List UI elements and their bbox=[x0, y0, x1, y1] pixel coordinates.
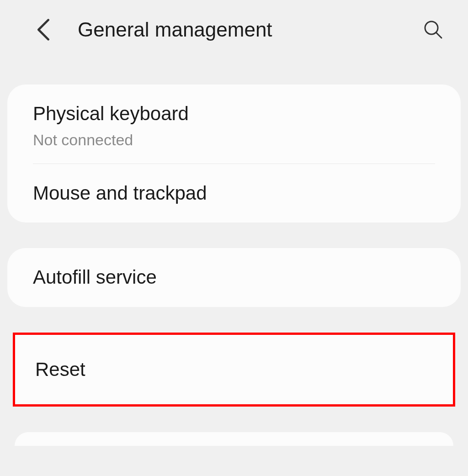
physical-keyboard-item[interactable]: Physical keyboard Not connected bbox=[7, 85, 461, 164]
item-title: Autofill service bbox=[33, 265, 435, 290]
item-subtitle: Not connected bbox=[33, 130, 435, 150]
item-title: Mouse and trackpad bbox=[33, 181, 435, 206]
header: General management bbox=[0, 0, 468, 59]
item-title: Physical keyboard bbox=[33, 102, 435, 126]
mouse-trackpad-item[interactable]: Mouse and trackpad bbox=[7, 164, 461, 223]
item-title: Reset bbox=[35, 358, 433, 382]
svg-line-1 bbox=[436, 33, 441, 38]
page-title: General management bbox=[78, 18, 420, 41]
search-icon bbox=[423, 20, 443, 40]
settings-group: Physical keyboard Not connected Mouse an… bbox=[7, 85, 461, 222]
reset-item[interactable]: Reset bbox=[15, 335, 453, 405]
autofill-service-item[interactable]: Autofill service bbox=[7, 248, 461, 307]
svg-point-0 bbox=[425, 21, 438, 34]
settings-group-highlighted: Reset bbox=[13, 333, 455, 407]
back-button[interactable] bbox=[32, 18, 55, 41]
chevron-left-icon bbox=[36, 19, 51, 41]
settings-content: Physical keyboard Not connected Mouse an… bbox=[0, 59, 468, 446]
search-button[interactable] bbox=[420, 17, 446, 42]
settings-group-partial bbox=[15, 432, 453, 446]
settings-group: Autofill service bbox=[7, 248, 461, 307]
